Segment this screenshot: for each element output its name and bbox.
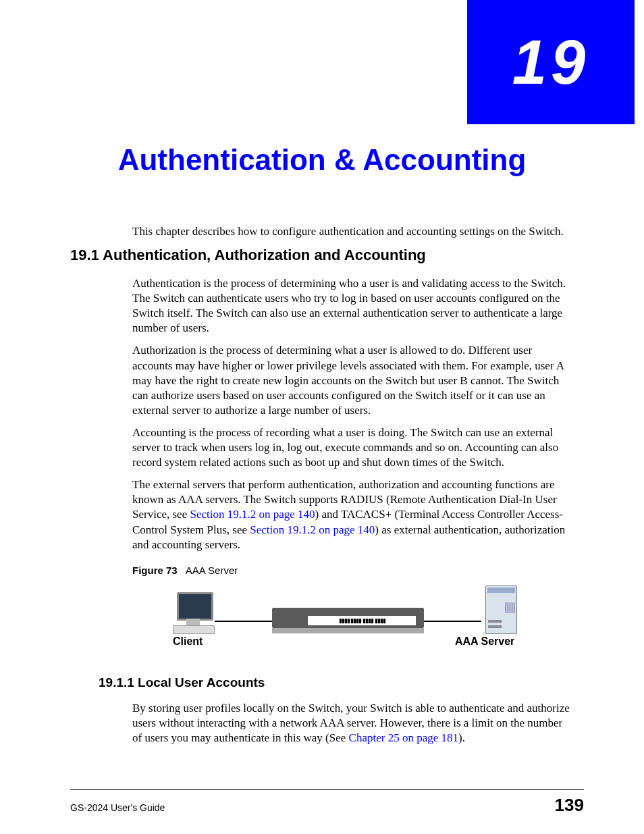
- client-stand-icon: [186, 619, 200, 625]
- xref-link[interactable]: Chapter 25 on page 181: [349, 731, 458, 744]
- paragraph: The external servers that perform authen…: [132, 477, 574, 552]
- client-monitor-icon: [177, 592, 213, 621]
- connector-line: [424, 621, 481, 622]
- switch-ports-icon: ▮▮▮▮ ▮▮▮▮ ▮▮▮▮ ▮▮▮▮: [308, 616, 416, 625]
- paragraph: Authentication is the process of determi…: [132, 276, 574, 336]
- connector-line: [215, 621, 272, 622]
- paragraph: Accounting is the process of recording w…: [132, 425, 574, 470]
- client-base-icon: [173, 625, 215, 634]
- chapter-intro: This chapter describes how to configure …: [132, 224, 574, 239]
- xref-link[interactable]: Section 19.1.2 on page 140: [250, 523, 375, 536]
- figure-caption: Figure 73AAA Server: [132, 565, 574, 576]
- section-heading-19-1: 19.1 Authentication, Authorization and A…: [70, 246, 574, 264]
- figure-diagram: Client ▮▮▮▮ ▮▮▮▮ ▮▮▮▮ ▮▮▮▮ AAA Server: [173, 585, 531, 650]
- client-label: Client: [173, 635, 203, 648]
- footer-page-number: 139: [555, 795, 584, 816]
- chapter-number-box: 19: [467, 0, 635, 124]
- server-label: AAA Server: [455, 635, 514, 648]
- switch-base-icon: [272, 628, 424, 633]
- figure-title: AAA Server: [186, 565, 238, 576]
- footer-guide-name: GS-2024 User's Guide: [70, 802, 165, 813]
- paragraph: Authorization is the process of determin…: [132, 343, 574, 417]
- paragraph: By storing user profiles locally on the …: [132, 701, 574, 746]
- server-icon: [485, 585, 517, 634]
- xref-link[interactable]: Section 19.1.2 on page 140: [190, 508, 315, 521]
- section-heading-19-1-1: 19.1.1 Local User Accounts: [99, 675, 574, 690]
- figure-number: Figure 73: [132, 565, 178, 576]
- page-footer: GS-2024 User's Guide 139: [70, 789, 584, 816]
- chapter-number: 19: [512, 27, 589, 98]
- chapter-title: Authentication & Accounting: [0, 143, 644, 177]
